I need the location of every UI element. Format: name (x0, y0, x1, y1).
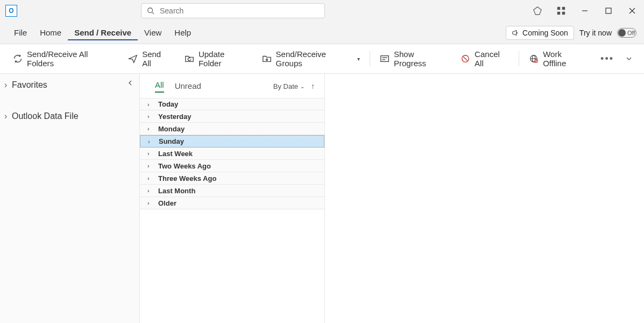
show-progress-button[interactable]: Show Progress (373, 46, 453, 71)
close-button[interactable] (620, 0, 644, 22)
send-receive-all-label: Send/Receive All Folders (27, 50, 114, 68)
chevron-right-icon: › (147, 163, 153, 169)
svg-point-0 (148, 8, 153, 13)
coming-soon-button[interactable]: Coming Soon (506, 26, 574, 40)
toggle-pill: Off (617, 28, 636, 38)
body: › Favorites › Outlook Data File All Unre… (0, 74, 644, 323)
group-row[interactable]: ›Monday (140, 123, 324, 135)
svg-line-15 (464, 57, 468, 60)
progress-icon (380, 54, 390, 64)
cancel-icon (461, 54, 470, 64)
ribbon-overflow-button[interactable]: ••• (595, 50, 619, 68)
group-label: Monday (158, 125, 185, 133)
toggle-knob (618, 29, 626, 37)
chevron-right-icon: › (147, 113, 153, 120)
chevron-right-icon: › (147, 200, 153, 206)
nav-outlook-data-file[interactable]: › Outlook Data File (0, 105, 139, 127)
chevron-right-icon: › (147, 101, 153, 108)
premium-button[interactable] (526, 0, 549, 22)
menu-send-receive[interactable]: Send / Receive (68, 25, 138, 40)
send-icon (128, 54, 138, 64)
cancel-all-label: Cancel All (475, 50, 509, 68)
sort-direction-button[interactable]: ↑ (311, 82, 315, 90)
menu-view[interactable]: View (138, 25, 168, 40)
group-row[interactable]: ›Yesterday (140, 110, 324, 123)
group-label: Older (158, 199, 176, 207)
title-controls (526, 0, 644, 22)
update-folder-button[interactable]: Update Folder (178, 46, 254, 71)
refresh-icon (13, 54, 23, 64)
group-label: Sunday (159, 137, 184, 145)
qr-button[interactable] (549, 0, 573, 22)
chevron-right-icon: › (147, 175, 153, 181)
coming-soon-toggle[interactable]: Off (617, 28, 636, 38)
group-label: Yesterday (158, 113, 191, 121)
tab-all[interactable]: All (155, 80, 164, 93)
ribbon: Send/Receive All Folders Send All Update… (0, 44, 644, 74)
chevron-right-icon: › (4, 111, 10, 121)
menu-file[interactable]: File (8, 25, 33, 40)
group-row[interactable]: ›Last Week (140, 148, 324, 160)
tab-unread[interactable]: Unread (175, 81, 201, 93)
send-all-button[interactable]: Send All (122, 46, 177, 71)
globe-offline-icon (529, 54, 539, 64)
try-it-now-label: Try it now (579, 29, 612, 37)
group-label: Today (158, 100, 178, 108)
ribbon-separator (519, 51, 519, 66)
folder-refresh-icon (185, 54, 194, 64)
menu-help[interactable]: Help (168, 25, 197, 40)
maximize-button[interactable] (597, 0, 620, 22)
menu-right: Coming Soon Try it now Off (506, 26, 636, 40)
cancel-all-button[interactable]: Cancel All (454, 46, 515, 71)
group-row[interactable]: ›Today (140, 98, 324, 110)
svg-rect-3 (557, 7, 560, 10)
group-label: Last Month (158, 187, 195, 195)
ribbon-separator (370, 51, 370, 66)
ribbon-collapse-button[interactable] (620, 52, 638, 65)
svg-line-1 (152, 12, 154, 15)
svg-rect-5 (557, 12, 560, 15)
chevron-down-icon: ▾ (357, 56, 360, 62)
svg-rect-4 (562, 7, 565, 10)
group-row[interactable]: ›Older (140, 197, 324, 209)
svg-rect-8 (606, 8, 611, 13)
reading-pane (325, 74, 644, 323)
sort-label: By Date (273, 82, 298, 90)
menu-bar: File Home Send / Receive View Help Comin… (0, 22, 644, 44)
minimize-icon (581, 6, 589, 15)
list-header: All Unread By Date ⌄ ↑ (140, 74, 324, 96)
chevron-down-icon (626, 55, 632, 62)
svg-rect-6 (562, 12, 565, 15)
list-sort-controls: By Date ⌄ ↑ (273, 82, 315, 93)
sort-by-date-button[interactable]: By Date ⌄ (273, 82, 305, 90)
group-row[interactable]: ›Sunday (140, 135, 324, 148)
grid-icon (556, 6, 566, 16)
show-progress-label: Show Progress (394, 50, 447, 68)
search-input[interactable] (160, 6, 319, 15)
outlook-logo: O (5, 5, 17, 17)
search-box[interactable] (141, 3, 325, 18)
nav-favorites[interactable]: › Favorites (0, 74, 139, 95)
menu-home[interactable]: Home (33, 25, 68, 40)
group-label: Three Weeks Ago (158, 174, 216, 182)
chevron-right-icon: › (147, 125, 153, 132)
premium-icon (533, 6, 542, 16)
message-list-pane: All Unread By Date ⌄ ↑ ›Today›Yesterday›… (140, 74, 325, 323)
send-receive-groups-label: Send/Receive Groups (276, 50, 352, 68)
group-row[interactable]: ›Three Weeks Ago (140, 172, 324, 185)
toggle-state-label: Off (627, 30, 635, 36)
nav-favorites-label: Favorites (12, 80, 47, 90)
minimize-button[interactable] (573, 0, 597, 22)
chevron-right-icon: › (148, 138, 153, 145)
send-receive-all-button[interactable]: Send/Receive All Folders (6, 46, 121, 71)
send-receive-groups-button[interactable]: Send/Receive Groups ▾ (256, 46, 366, 71)
search-icon (147, 7, 154, 15)
close-icon (628, 6, 636, 15)
work-offline-button[interactable]: Work Offline (522, 46, 592, 71)
arrow-up-icon: ↑ (311, 82, 315, 90)
chevron-right-icon: › (4, 80, 10, 90)
group-row[interactable]: ›Last Month (140, 185, 324, 197)
megaphone-icon (512, 29, 519, 37)
nav-collapse-button[interactable] (125, 78, 135, 88)
group-row[interactable]: ›Two Weeks Ago (140, 160, 324, 172)
